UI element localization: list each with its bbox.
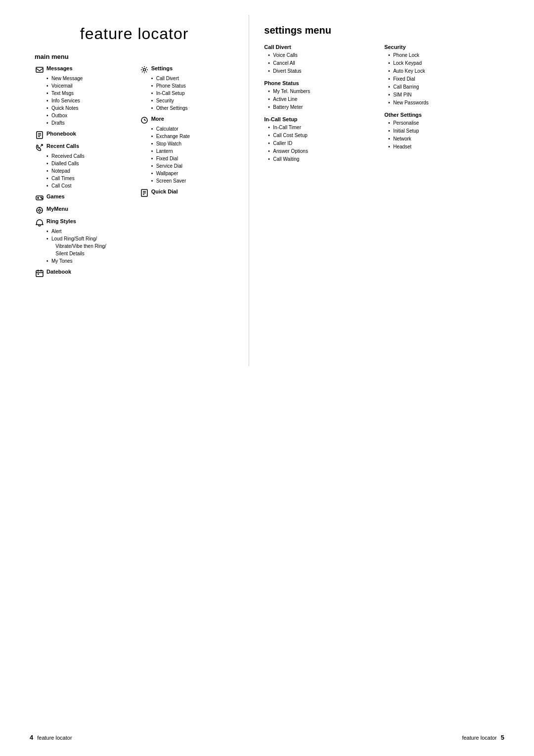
settings-col1: Call Divert Voice Calls Cancel All Diver… (264, 44, 379, 168)
right-page: settings menu Call Divert Voice Calls Ca… (249, 15, 514, 366)
menu-item-messages: Messages New Message Voicemail Text Msgs… (35, 65, 130, 127)
list-item: Notepad (46, 167, 130, 175)
list-item: Fixed Dial (151, 155, 234, 162)
settings-other: Other Settings Personalise Initial Setup… (384, 112, 499, 151)
list-item: Calculator (151, 125, 234, 133)
list-item: Call Times (46, 175, 130, 182)
list-item: Lock Keypad (388, 59, 499, 67)
list-item: My Tones (46, 257, 130, 265)
list-item: Loud Ring/Soft Ring/ Vibrate/Vibe then R… (46, 235, 130, 257)
list-item: Cancel All (268, 59, 379, 67)
other-settings-items: Personalise Initial Setup Network Headse… (388, 119, 499, 151)
list-item: Security (151, 97, 234, 104)
svg-point-11 (39, 209, 41, 211)
list-item: Dialled Calls (46, 160, 130, 167)
ring-styles-icon (35, 219, 44, 227)
footer-text-right: feature locator (462, 735, 496, 741)
list-item: Call Cost (46, 182, 130, 189)
list-item: SIM PIN (388, 91, 499, 99)
settings-security: Security Phone Lock Lock Keypad Auto Key… (384, 44, 499, 107)
settings-label: Settings (151, 65, 173, 71)
list-item: Voicemail (46, 82, 130, 90)
page-number-right: 5 (501, 734, 504, 741)
svg-rect-16 (36, 271, 43, 277)
list-item: Initial Setup (388, 127, 499, 135)
list-item: Caller ID (268, 140, 379, 147)
messages-label: Messages (46, 65, 73, 71)
list-item: Auto Key Lock (388, 67, 499, 75)
list-item: Call Barring (388, 83, 499, 91)
list-item: Fixed Dial (388, 75, 499, 83)
page-number-left: 4 (30, 734, 33, 741)
recent-calls-subitems: Received Calls Dialled Calls Notepad Cal… (46, 152, 130, 189)
list-item: Voice Calls (268, 51, 379, 59)
list-item: Drafts (46, 119, 130, 127)
list-item: Screen Saver (151, 177, 234, 185)
more-icon (139, 116, 149, 124)
settings-menu-title: settings menu (264, 25, 499, 36)
list-item: My Tel. Numbers (268, 88, 379, 95)
list-item: In-Call Setup (151, 90, 234, 97)
menu-item-settings: Settings Call Divert Phone Status In-Cal… (139, 65, 234, 112)
settings-icon (139, 66, 149, 74)
phonebook-icon (35, 131, 44, 139)
messages-icon (35, 66, 44, 74)
menu-item-more: More Calculator Exchange Rate Stop Watch… (139, 116, 234, 185)
list-item: Phone Status (151, 82, 234, 90)
left-page: feature locator main menu Messages (20, 15, 249, 366)
settings-in-call-setup: In-Call Setup In-Call Timer Call Cost Se… (264, 116, 379, 163)
games-icon (35, 194, 44, 202)
svg-rect-20 (38, 274, 39, 275)
ring-styles-subitems: Alert Loud Ring/Soft Ring/ Vibrate/Vibe … (46, 228, 130, 265)
list-item: Active Line (268, 95, 379, 103)
list-item: Personalise (388, 119, 499, 127)
recent-calls-icon (35, 143, 44, 151)
main-menu-col1: Messages New Message Voicemail Text Msgs… (35, 65, 130, 281)
footer-text-left: feature locator (37, 735, 72, 741)
list-item: Quick Notes (46, 104, 130, 112)
list-item: Alert (46, 228, 130, 235)
svg-rect-0 (36, 67, 43, 72)
settings-col2: Security Phone Lock Lock Keypad Auto Key… (384, 44, 499, 168)
svg-point-9 (42, 198, 43, 199)
datebook-label: Datebook (46, 269, 71, 275)
list-item: Headset (388, 143, 499, 151)
ring-styles-label: Ring Styles (46, 218, 76, 224)
more-subitems: Calculator Exchange Rate Stop Watch Lant… (151, 125, 234, 185)
list-item: Phone Lock (388, 51, 499, 59)
call-divert-title: Call Divert (264, 44, 379, 50)
footer-right: feature locator 5 (462, 734, 504, 741)
quick-dial-icon (139, 189, 149, 197)
list-item: Wallpaper (151, 170, 234, 177)
mymenu-label: MyMenu (46, 206, 68, 212)
games-label: Games (46, 193, 65, 199)
menu-item-mymenu: MyMenu (35, 206, 130, 214)
security-title: Security (384, 44, 499, 50)
menu-item-datebook: Datebook (35, 269, 130, 277)
list-item: Answer Options (268, 147, 379, 155)
main-title: feature locator (35, 25, 234, 43)
list-item: Text Msgs (46, 90, 130, 97)
settings-subitems: Call Divert Phone Status In-Call Setup S… (151, 75, 234, 112)
in-call-setup-title: In-Call Setup (264, 116, 379, 122)
list-item: Divert Status (268, 67, 379, 75)
phonebook-label: Phonebook (46, 131, 76, 137)
recent-calls-label: Recent Calls (46, 143, 79, 149)
more-label: More (151, 116, 164, 122)
list-item: New Passwords (388, 99, 499, 107)
list-item: Outbox (46, 112, 130, 119)
list-item: Stop Watch (151, 140, 234, 147)
svg-point-8 (41, 197, 42, 198)
list-item: Network (388, 135, 499, 143)
menu-item-recent-calls: Recent Calls Received Calls Dialled Call… (35, 143, 130, 189)
list-item: In-Call Timer (268, 124, 379, 132)
menu-item-ring-styles: Ring Styles Alert Loud Ring/Soft Ring/ V… (35, 218, 130, 265)
main-menu-title: main menu (35, 53, 234, 60)
list-item: Call Divert (151, 75, 234, 82)
list-item: Service Dial (151, 162, 234, 170)
footer-left: 4 feature locator (30, 734, 72, 741)
svg-point-21 (143, 69, 145, 71)
in-call-setup-items: In-Call Timer Call Cost Setup Caller ID … (268, 124, 379, 163)
page-footer: 4 feature locator feature locator 5 (0, 729, 534, 746)
phone-status-items: My Tel. Numbers Active Line Battery Mete… (268, 88, 379, 111)
